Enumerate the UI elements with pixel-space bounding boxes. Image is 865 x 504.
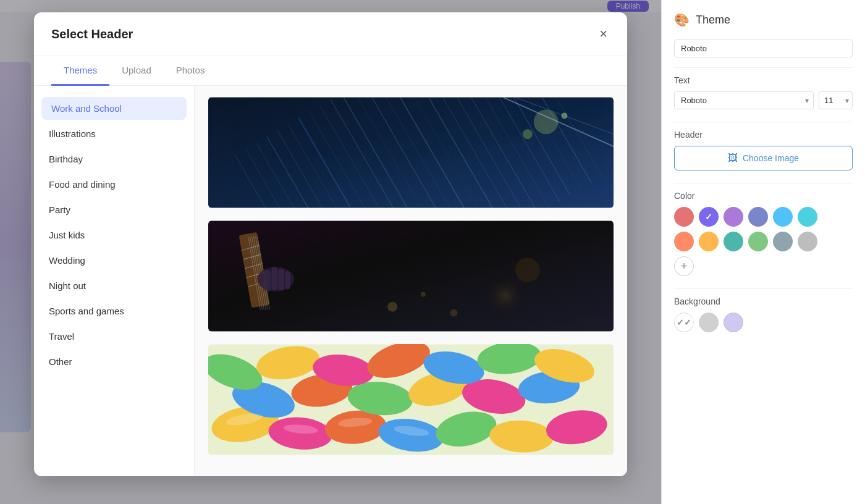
modal-header: Select Header × bbox=[34, 12, 627, 56]
sidebar-item-food-dining[interactable]: Food and dining bbox=[34, 172, 194, 197]
sidebar-item-sports-games[interactable]: Sports and games bbox=[34, 298, 194, 324]
modal-tabs: Themes Upload Photos bbox=[34, 56, 627, 86]
bg-swatch-gray[interactable] bbox=[699, 313, 719, 332]
sidebar-item-party[interactable]: Party bbox=[34, 197, 194, 222]
bg-swatch-white[interactable]: ✓ bbox=[674, 313, 694, 332]
svg-rect-49 bbox=[271, 267, 277, 290]
color-swatch-0[interactable] bbox=[674, 207, 694, 227]
text-section-label: Text bbox=[674, 75, 853, 85]
palette-icon: 🎨 bbox=[674, 12, 690, 27]
choose-image-label: Choose Image bbox=[743, 153, 799, 163]
color-swatch-6[interactable] bbox=[674, 232, 694, 251]
color-swatch-10[interactable] bbox=[773, 232, 793, 251]
header-section: Header 🖼 Choose Image bbox=[674, 130, 853, 170]
sidebar-item-work-school[interactable]: Work and School bbox=[41, 97, 187, 120]
svg-point-54 bbox=[450, 309, 458, 317]
color-swatch-11[interactable] bbox=[798, 232, 817, 251]
color-swatch-7[interactable] bbox=[699, 232, 719, 251]
modal-body: Work and School Illustrations Birthday F… bbox=[34, 86, 627, 476]
color-swatch-1[interactable] bbox=[699, 207, 719, 227]
background-label: Background bbox=[674, 296, 853, 306]
divider-1 bbox=[674, 67, 853, 68]
sidebar-item-night-out[interactable]: Night out bbox=[34, 273, 194, 298]
font-select-wrapper bbox=[674, 91, 814, 109]
panel-header: 🎨 Theme bbox=[674, 12, 853, 27]
tab-photos[interactable]: Photos bbox=[164, 56, 217, 86]
modal-title: Select Header bbox=[51, 27, 133, 41]
theme-image-card-0[interactable] bbox=[207, 96, 615, 209]
divider-3 bbox=[674, 183, 853, 183]
color-swatch-9[interactable] bbox=[748, 232, 768, 251]
font-size-input[interactable] bbox=[819, 91, 853, 109]
header-section-label: Header bbox=[674, 130, 853, 140]
svg-rect-51 bbox=[285, 271, 290, 290]
sidebar-item-wedding[interactable]: Wedding bbox=[34, 248, 194, 273]
image-icon: 🖼 bbox=[728, 153, 738, 164]
color-section: Color + bbox=[674, 191, 853, 276]
background-section: Background ✓ bbox=[674, 296, 853, 332]
sidebar-item-just-kids[interactable]: Just kids bbox=[34, 222, 194, 248]
theme-image-1 bbox=[208, 220, 614, 332]
svg-point-34 bbox=[515, 258, 540, 282]
color-grid-row2 bbox=[674, 232, 853, 251]
color-swatch-8[interactable] bbox=[724, 232, 743, 251]
modal-dialog: Select Header × Themes Upload Photos Wor… bbox=[34, 12, 627, 476]
svg-point-28 bbox=[523, 129, 533, 139]
theme-image-2 bbox=[208, 344, 614, 455]
svg-rect-48 bbox=[263, 270, 271, 292]
bg-swatch-purple[interactable] bbox=[724, 313, 743, 332]
choose-image-button[interactable]: 🖼 Choose Image bbox=[674, 146, 853, 170]
svg-point-27 bbox=[534, 109, 559, 134]
bg-swatches: ✓ bbox=[674, 313, 853, 332]
tab-upload[interactable]: Upload bbox=[109, 56, 164, 86]
text-section: Text bbox=[674, 75, 853, 109]
sidebar-item-illustrations[interactable]: Illustrations bbox=[34, 121, 194, 146]
color-swatch-2[interactable] bbox=[724, 207, 743, 227]
font-select[interactable] bbox=[674, 91, 814, 109]
sidebar-item-other[interactable]: Other bbox=[34, 349, 194, 374]
svg-rect-50 bbox=[278, 269, 284, 290]
panel-title: Theme bbox=[696, 14, 730, 27]
sidebar-item-birthday[interactable]: Birthday bbox=[34, 146, 194, 172]
theme-content bbox=[195, 86, 627, 476]
theme-image-0 bbox=[208, 97, 614, 208]
divider-2 bbox=[674, 122, 853, 122]
theme-image-card-1[interactable] bbox=[207, 219, 615, 333]
font-top-label: Roboto bbox=[674, 40, 853, 57]
theme-image-card-2[interactable] bbox=[207, 343, 615, 456]
svg-point-53 bbox=[421, 292, 426, 297]
font-size-wrapper bbox=[819, 91, 853, 109]
modal-overlay: Select Header × Themes Upload Photos Wor… bbox=[0, 0, 661, 504]
theme-sidebar: Work and School Illustrations Birthday F… bbox=[34, 86, 195, 476]
svg-point-52 bbox=[387, 302, 397, 312]
modal-close-button[interactable]: × bbox=[597, 25, 610, 43]
svg-point-33 bbox=[454, 251, 528, 325]
divider-4 bbox=[674, 288, 853, 289]
font-row bbox=[674, 91, 853, 109]
sidebar-item-travel[interactable]: Travel bbox=[34, 324, 194, 349]
color-swatch-3[interactable] bbox=[748, 207, 768, 227]
tab-themes[interactable]: Themes bbox=[51, 56, 109, 86]
color-swatch-4[interactable] bbox=[773, 207, 793, 227]
color-grid-row1 bbox=[674, 207, 853, 227]
add-color-button[interactable]: + bbox=[674, 256, 694, 276]
color-swatch-5[interactable] bbox=[798, 207, 817, 227]
color-section-label: Color bbox=[674, 191, 853, 201]
right-panel: 🎨 Theme Roboto Text Header 🖼 Choose Imag… bbox=[661, 0, 865, 504]
